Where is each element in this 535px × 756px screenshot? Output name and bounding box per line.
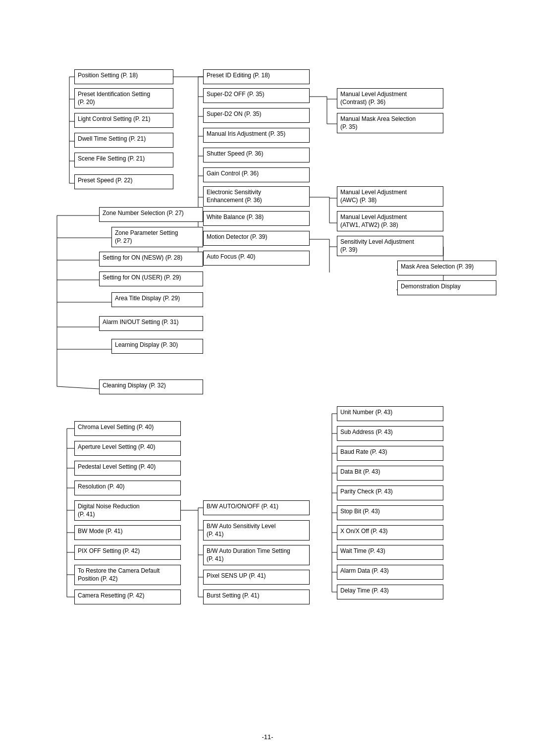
box-auto-focus: Auto Focus (P. 40) bbox=[203, 251, 310, 266]
page: Position Setting (P. 18) Preset Identifi… bbox=[0, 0, 535, 756]
box-resolution: Resolution (P. 40) bbox=[74, 481, 181, 495]
box-preset-identification: Preset Identification Setting(P. 20) bbox=[74, 88, 173, 108]
box-mask-area-selection: Mask Area Selection (P. 39) bbox=[397, 261, 496, 275]
box-wait-time: Wait Time (P. 43) bbox=[337, 545, 443, 560]
box-light-control: Light Control Setting (P. 21) bbox=[74, 113, 173, 128]
box-shutter-speed: Shutter Speed (P. 36) bbox=[203, 148, 310, 162]
box-setting-user: Setting for ON (USER) (P. 29) bbox=[99, 271, 203, 286]
box-pix-off: PIX OFF Setting (P. 42) bbox=[74, 545, 181, 560]
box-baud-rate: Baud Rate (P. 43) bbox=[337, 446, 443, 461]
diagram: Position Setting (P. 18) Preset Identifi… bbox=[20, 30, 515, 723]
box-preset-speed: Preset Speed (P. 22) bbox=[74, 174, 173, 189]
page-number: -11- bbox=[20, 733, 515, 741]
box-demonstration-display: Demonstration Display bbox=[397, 280, 496, 295]
box-motion-detector: Motion Detector (P. 39) bbox=[203, 231, 310, 246]
box-bw-mode: BW Mode (P. 41) bbox=[74, 525, 181, 540]
box-super-d2-off: Super-D2 OFF (P. 35) bbox=[203, 88, 310, 103]
box-setting-nesw: Setting for ON (NESW) (P. 28) bbox=[99, 252, 203, 267]
box-preset-id-editing: Preset ID Editing (P. 18) bbox=[203, 69, 310, 84]
box-chroma-level: Chroma Level Setting (P. 40) bbox=[74, 421, 181, 436]
box-bw-auto: B/W AUTO/ON/OFF (P. 41) bbox=[203, 500, 310, 515]
box-super-d2-on: Super-D2 ON (P. 35) bbox=[203, 108, 310, 123]
box-cleaning-display: Cleaning Display (P. 32) bbox=[99, 379, 203, 394]
box-stop-bit: Stop Bit (P. 43) bbox=[337, 505, 443, 520]
box-parity-check: Parity Check (P. 43) bbox=[337, 486, 443, 500]
box-burst-setting: Burst Setting (P. 41) bbox=[203, 590, 310, 604]
box-dwell-time: Dwell Time Setting (P. 21) bbox=[74, 133, 173, 148]
box-manual-mask-area: Manual Mask Area Selection(P. 35) bbox=[337, 113, 443, 133]
box-pixel-sens: Pixel SENS UP (P. 41) bbox=[203, 570, 310, 585]
box-manual-level-contrast: Manual Level Adjustment(Contrast) (P. 36… bbox=[337, 88, 443, 108]
svg-line-42 bbox=[57, 386, 99, 389]
box-position-setting: Position Setting (P. 18) bbox=[74, 69, 173, 84]
box-bw-sensitivity: B/W Auto Sensitivity Level(P. 41) bbox=[203, 520, 310, 540]
box-area-title: Area Title Display (P. 29) bbox=[111, 292, 203, 307]
box-manual-level-atw: Manual Level Adjustment(ATW1, ATW2) (P. … bbox=[337, 211, 443, 231]
box-camera-resetting: Camera Resetting (P. 42) bbox=[74, 590, 181, 604]
box-aperture-level: Aperture Level Setting (P. 40) bbox=[74, 441, 181, 456]
box-delay-time: Delay Time (P. 43) bbox=[337, 585, 443, 599]
box-pedestal-level: Pedestal Level Setting (P. 40) bbox=[74, 461, 181, 476]
box-manual-iris: Manual Iris Adjustment (P. 35) bbox=[203, 128, 310, 143]
box-learning-display: Learning Display (P. 30) bbox=[111, 339, 203, 354]
box-alarm-data: Alarm Data (P. 43) bbox=[337, 565, 443, 580]
box-sensitivity-level: Sensitivity Level Adjustment(P. 39) bbox=[337, 236, 443, 256]
box-bw-duration: B/W Auto Duration Time Setting(P. 41) bbox=[203, 545, 310, 565]
box-data-bit: Data Bit (P. 43) bbox=[337, 466, 443, 481]
box-unit-number: Unit Number (P. 43) bbox=[337, 406, 443, 421]
box-zone-number: Zone Number Selection (P. 27) bbox=[99, 207, 203, 222]
box-scene-file: Scene File Setting (P. 21) bbox=[74, 153, 173, 167]
box-zone-parameter: Zone Parameter Setting(P. 27) bbox=[111, 227, 203, 247]
box-sub-address: Sub Address (P. 43) bbox=[337, 426, 443, 441]
box-white-balance: White Balance (P. 38) bbox=[203, 211, 310, 226]
box-manual-level-awc: Manual Level Adjustment(AWC) (P. 38) bbox=[337, 186, 443, 207]
box-gain-control: Gain Control (P. 36) bbox=[203, 167, 310, 182]
box-x-on-off: X On/X Off (P. 43) bbox=[337, 525, 443, 540]
box-alarm-setting: Alarm IN/OUT Setting (P. 31) bbox=[99, 316, 203, 331]
box-electronic-sensitivity: Electronic SensitivityEnhancement (P. 36… bbox=[203, 186, 310, 207]
box-digital-noise: Digital Noise Reduction(P. 41) bbox=[74, 500, 181, 521]
box-restore-default: To Restore the Camera DefaultPosition (P… bbox=[74, 565, 181, 585]
